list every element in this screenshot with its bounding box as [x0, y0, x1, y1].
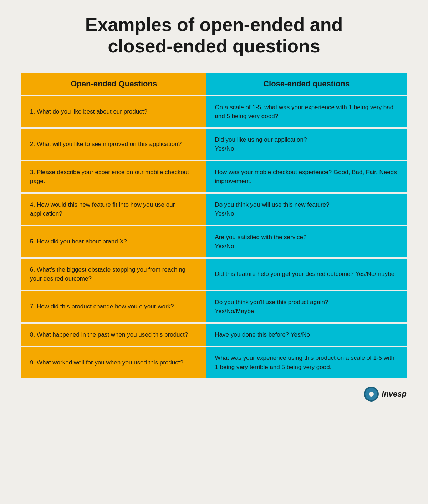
close-cell-2: Did you like using our application? Yes/… — [206, 129, 407, 160]
table-row: 7. How did this product change how you o… — [21, 291, 407, 322]
logo-icon — [364, 387, 379, 402]
open-cell-4: 4. How would this new feature fit into h… — [21, 194, 206, 225]
open-cell-1: 1. What do you like best about our produ… — [21, 96, 206, 127]
open-cell-3: 3. Please describe your experience on ou… — [21, 161, 206, 192]
table-row: 2. What will you like to see improved on… — [21, 129, 407, 160]
close-cell-4: Do you think you will use this new featu… — [206, 194, 407, 225]
table-row: 3. Please describe your experience on ou… — [21, 161, 407, 192]
open-ended-header: Open-ended Questions — [21, 73, 206, 95]
table-row: 4. How would this new feature fit into h… — [21, 194, 407, 225]
open-cell-7: 7. How did this product change how you o… — [21, 291, 206, 322]
table-row: 8. What happened in the past when you us… — [21, 324, 407, 346]
table-row: 5. How did you hear about brand X?Are yo… — [21, 226, 407, 257]
close-cell-7: Do you think you'll use this product aga… — [206, 291, 407, 322]
close-cell-8: Have you done this before? Yes/No — [206, 324, 407, 346]
open-cell-5: 5. How did you hear about brand X? — [21, 226, 206, 257]
table-row: 6. What's the biggest obstacle stopping … — [21, 259, 407, 290]
table-row: 9. What worked well for you when you use… — [21, 347, 407, 378]
table-row: 1. What do you like best about our produ… — [21, 96, 407, 127]
open-cell-9: 9. What worked well for you when you use… — [21, 347, 206, 378]
page-wrapper: Examples of open-ended and closed-ended … — [21, 14, 407, 402]
close-cell-5: Are you satisfied with the service? Yes/… — [206, 226, 407, 257]
close-cell-9: What was your experience using this prod… — [206, 347, 407, 378]
open-cell-2: 2. What will you like to see improved on… — [21, 129, 206, 160]
comparison-table: Open-ended Questions Close-ended questio… — [21, 71, 407, 380]
close-cell-3: How was your mobie checkout experience? … — [206, 161, 407, 192]
open-cell-6: 6. What's the biggest obstacle stopping … — [21, 259, 206, 290]
logo: invesp — [364, 387, 407, 402]
close-cell-1: On a scale of 1-5, what was your experie… — [206, 96, 407, 127]
close-ended-header: Close-ended questions — [206, 73, 407, 95]
footer: invesp — [21, 387, 407, 402]
main-title: Examples of open-ended and closed-ended … — [85, 14, 343, 57]
open-cell-8: 8. What happened in the past when you us… — [21, 324, 206, 346]
logo-inner-circle — [369, 392, 374, 397]
logo-text: invesp — [382, 389, 407, 399]
close-cell-6: Did this feature help you get your desir… — [206, 259, 407, 290]
